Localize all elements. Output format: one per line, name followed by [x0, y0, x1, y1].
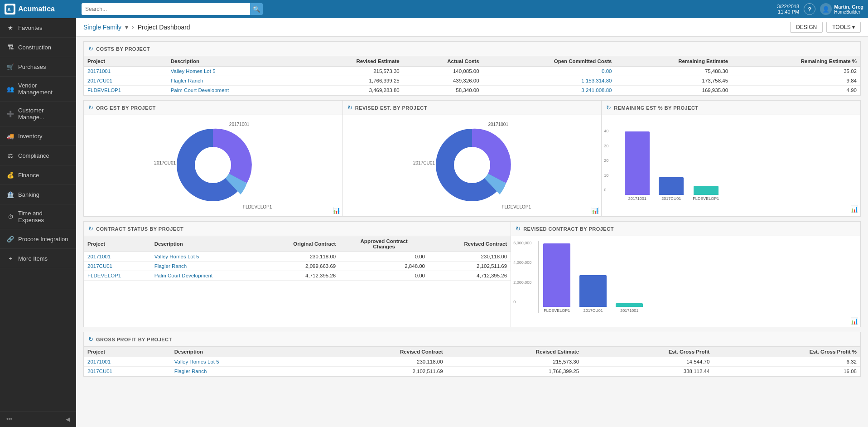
- col-description: Description: [171, 347, 311, 357]
- contract-status-table: Project Description Original Contract Ap…: [84, 236, 511, 281]
- revised-est-title: REVISED EST. BY PROJECT: [355, 105, 427, 111]
- original-contract: 2,099,663.69: [258, 262, 339, 271]
- breadcrumb-project[interactable]: Single Family: [83, 24, 121, 31]
- sidebar-item-vendor-management[interactable]: 👥 Vendor Management: [0, 77, 76, 102]
- col-remaining-pct: Remaining Estimate %: [732, 56, 860, 67]
- construction-icon: 🏗: [6, 43, 14, 51]
- sidebar-item-time-expenses[interactable]: ⏱ Time and Expenses: [0, 204, 76, 229]
- sidebar-item-inventory[interactable]: 🚚 Inventory: [0, 126, 76, 146]
- remaining-pct-chart-icon[interactable]: 📊: [850, 205, 858, 213]
- project-link[interactable]: FLDEVELOP1: [84, 271, 151, 281]
- bar-label-2017cu01: 2017CU01: [661, 196, 681, 201]
- refresh-costs-icon[interactable]: ↻: [88, 45, 93, 52]
- actual-costs: 140,085.00: [403, 67, 483, 76]
- bar-group-fldevelop1: FLDEVELOP1: [693, 186, 719, 201]
- content-area: Single Family ▾ › Project Dashboard DESI…: [76, 18, 868, 427]
- refresh-gross-profit-icon[interactable]: ↻: [88, 336, 93, 343]
- sidebar-item-construction[interactable]: 🏗 Construction: [0, 38, 76, 57]
- main-layout: ★ Favorites 🏗 Construction 🛒 Purchases 👥…: [0, 18, 868, 427]
- approved-changes: 0.00: [339, 252, 429, 262]
- remaining-pct-header: ↻ REMAINING EST % BY PROJECT: [602, 101, 860, 115]
- col-description: Description: [151, 236, 258, 252]
- sidebar-item-more[interactable]: + More Items: [0, 249, 76, 268]
- description: Flagler Ranch: [171, 367, 311, 376]
- table-row: 20171001 Valley Homes Lot 5 230,118.00 2…: [84, 357, 860, 367]
- sidebar-more-dots[interactable]: •••: [6, 416, 12, 422]
- org-est-chart-body: 20171001 2017CU01 FLDEVELOP1 📊: [84, 115, 342, 216]
- refresh-revised-icon[interactable]: ↻: [347, 104, 352, 111]
- open-committed[interactable]: 3,241,008.80: [483, 86, 616, 95]
- original-contract: 230,118.00: [258, 252, 339, 262]
- bar-label-fldevelop1: FLDEVELOP1: [693, 196, 719, 201]
- svg-text:A: A: [7, 7, 11, 12]
- refresh-revised-contract-icon[interactable]: ↻: [516, 225, 521, 232]
- search-icon: 🔍: [253, 6, 260, 13]
- revised-contract-chart-icon[interactable]: 📊: [850, 317, 858, 325]
- sidebar-item-finance[interactable]: 💰 Finance: [0, 165, 76, 185]
- revised-estimate: 1,766,399.25: [300, 76, 403, 86]
- open-committed[interactable]: 1,153,314.80: [483, 76, 616, 86]
- project-link[interactable]: 20171001: [84, 252, 151, 262]
- sidebar-item-procore[interactable]: 🔗 Procore Integration: [0, 229, 76, 249]
- approved-changes: 2,848.00: [339, 262, 429, 271]
- refresh-remaining-icon[interactable]: ↻: [606, 104, 611, 111]
- project-link[interactable]: 2017CU01: [84, 367, 171, 376]
- revised-contract: 2,102,511.69: [429, 262, 511, 271]
- col-revised-estimate: Revised Estimate: [447, 347, 583, 357]
- bar-rc-fldevelop1: [543, 243, 570, 307]
- refresh-contract-icon[interactable]: ↻: [88, 225, 93, 232]
- sidebar-item-compliance[interactable]: ⚖ Compliance: [0, 146, 76, 165]
- revised-contract-bars: FLDEVELOP1 2017CU01 20171001: [538, 241, 856, 313]
- revised-est-chart-icon[interactable]: 📊: [591, 207, 599, 214]
- table-row: FLDEVELOP1 Palm Court Development 3,469,…: [84, 86, 860, 95]
- table-row: FLDEVELOP1 Palm Court Development 4,712,…: [84, 271, 511, 281]
- user-menu[interactable]: 👤 Martin, Greg HomeBuilder: [820, 3, 863, 15]
- revised-contract: 4,712,395.26: [429, 271, 511, 281]
- project-link[interactable]: 20171001: [84, 67, 167, 76]
- finance-icon: 💰: [6, 171, 14, 179]
- page-actions: DESIGN TOOLS ▾: [790, 22, 861, 33]
- org-est-chart-icon[interactable]: 📊: [333, 207, 340, 214]
- original-contract: 4,712,395.26: [258, 271, 339, 281]
- vendor-icon: 👥: [6, 85, 14, 93]
- more-icon: +: [6, 254, 14, 262]
- contract-status-section: ↻ CONTRACT STATUS BY PROJECT Project Des…: [83, 221, 511, 327]
- tools-button[interactable]: TOOLS ▾: [826, 22, 861, 33]
- project-link[interactable]: 20171001: [84, 357, 171, 367]
- customer-icon: ➕: [6, 110, 14, 118]
- sidebar-item-purchases[interactable]: 🛒 Purchases: [0, 57, 76, 77]
- search-bar: 🔍: [82, 3, 263, 15]
- search-button[interactable]: 🔍: [250, 3, 263, 15]
- bar-2017cu01: [659, 177, 684, 195]
- breadcrumb-dropdown-icon[interactable]: ▾: [125, 24, 128, 31]
- search-input[interactable]: [82, 3, 250, 15]
- project-link[interactable]: FLDEVELOP1: [84, 86, 167, 95]
- revised-estimate: 215,573.30: [300, 67, 403, 76]
- topbar-datetime: 3/22/2018 11:40 PM: [777, 4, 799, 15]
- org-est-pie-chart: [168, 120, 258, 210]
- project-link[interactable]: 2017CU01: [84, 262, 151, 271]
- dashboard: ↻ COSTS BY PROJECT Project Description R…: [76, 37, 868, 386]
- project-link[interactable]: 2017CU01: [84, 76, 167, 86]
- est-gross-profit: 338,112.44: [583, 367, 713, 376]
- logo-text: Acumatica: [18, 5, 55, 13]
- gross-profit-header: ↻ GROSS PROFIT BY PROJECT: [84, 332, 860, 347]
- description: Palm Court Development: [151, 271, 258, 281]
- design-button[interactable]: DESIGN: [790, 22, 823, 33]
- breadcrumb-separator: ›: [132, 24, 134, 31]
- actual-costs: 439,326.00: [403, 76, 483, 86]
- col-revised-estimate: Revised Estimate: [300, 56, 403, 67]
- revised-est-header: ↻ REVISED EST. BY PROJECT: [343, 101, 602, 115]
- sidebar-item-banking[interactable]: 🏦 Banking: [0, 185, 76, 204]
- refresh-org-icon[interactable]: ↻: [88, 104, 93, 111]
- sidebar-item-customer-manage[interactable]: ➕ Customer Manage...: [0, 102, 76, 126]
- help-button[interactable]: ?: [804, 3, 815, 15]
- breadcrumb: Single Family ▾ › Project Dashboard: [83, 24, 190, 31]
- revised-contract-title: REVISED CONTRACT BY PROJECT: [523, 226, 614, 232]
- revised-contract-y-axis: 6,000,000 4,000,000 2,000,000 0: [513, 241, 531, 304]
- revised-est-chart-body: 20171001 2017CU01 FLDEVELOP1 📊: [343, 115, 602, 216]
- open-committed[interactable]: 0.00: [483, 67, 616, 76]
- sidebar-collapse-icon[interactable]: ◀: [66, 416, 70, 422]
- user-name: Martin, Greg: [834, 4, 863, 10]
- sidebar-item-favorites[interactable]: ★ Favorites: [0, 18, 76, 38]
